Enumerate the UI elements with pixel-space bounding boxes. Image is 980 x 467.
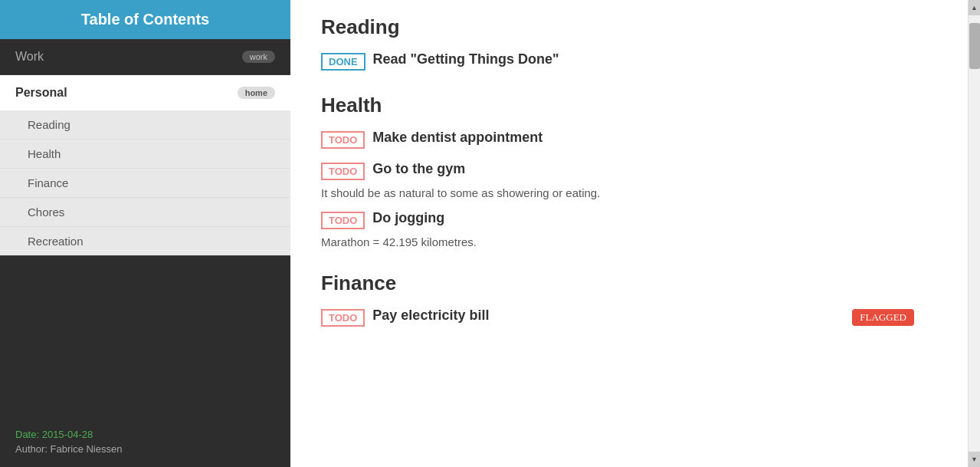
task-item: DONERead "Getting Things Done" <box>321 51 937 71</box>
nav-group-personal-header[interactable]: Personal home <box>0 75 290 110</box>
task-item: TODOPay electricity billFLAGGED <box>321 307 937 327</box>
nav-group-work: Work work <box>0 39 290 75</box>
section-heading-reading: Reading <box>321 15 937 39</box>
nav-group-personal: Personal home ReadingHealthFinanceChores… <box>0 75 290 256</box>
sidebar-footer: Date: 2015-04-28 Author: Fabrice Niessen <box>0 416 290 467</box>
nav-group-personal-label: Personal <box>15 86 67 100</box>
section-reading: ReadingDONERead "Getting Things Done" <box>321 15 937 71</box>
task-text: Pay electricity bill <box>372 307 489 324</box>
sidebar: Table of Contents Work work Personal hom… <box>0 0 290 467</box>
sidebar-item-health[interactable]: Health <box>0 140 290 169</box>
content-area: ReadingDONERead "Getting Things Done"Hea… <box>290 0 980 467</box>
main-scrollbar[interactable]: ▲ ▼ <box>968 0 980 467</box>
badge-todo: TODO <box>321 212 365 229</box>
badge-done: DONE <box>321 53 365 71</box>
scrollbar-thumb[interactable] <box>969 23 980 69</box>
nav-group-work-label: Work <box>15 50 44 64</box>
scroll-up-arrow[interactable]: ▲ <box>969 0 981 15</box>
task-text: Read "Getting Things Done" <box>373 51 559 67</box>
footer-date: Date: 2015-04-28 <box>15 429 275 440</box>
flagged-badge: FLAGGED <box>852 309 914 326</box>
task-note: It should be as natural to some as showe… <box>321 186 937 199</box>
sidebar-title: Table of Contents <box>0 0 290 39</box>
nav-tag-work: work <box>242 51 275 63</box>
nav-sub-items-personal: ReadingHealthFinanceChoresRecreation <box>0 110 290 255</box>
nav-group-work-header[interactable]: Work work <box>0 39 290 74</box>
scroll-down-arrow[interactable]: ▼ <box>969 452 981 467</box>
section-health: HealthTODOMake dentist appointmentTODOGo… <box>321 94 937 248</box>
task-item: TODOMake dentist appointment <box>321 130 937 149</box>
section-heading-health: Health <box>321 94 937 117</box>
badge-todo: TODO <box>321 131 365 149</box>
task-text: Make dentist appointment <box>372 130 542 146</box>
task-text: Go to the gym <box>372 161 465 177</box>
nav-tag-home: home <box>238 87 275 99</box>
sidebar-item-finance[interactable]: Finance <box>0 169 290 198</box>
sidebar-item-reading[interactable]: Reading <box>0 110 290 140</box>
sidebar-item-chores[interactable]: Chores <box>0 198 290 227</box>
main-content: ReadingDONERead "Getting Things Done"Hea… <box>290 0 968 467</box>
scrollbar-track <box>969 15 980 452</box>
badge-todo: TODO <box>321 163 365 180</box>
sections-container: ReadingDONERead "Getting Things Done"Hea… <box>321 15 937 327</box>
section-finance: FinanceTODOPay electricity billFLAGGED <box>321 271 937 327</box>
task-note: Marathon = 42.195 kilometres. <box>321 235 937 248</box>
task-text: Do jogging <box>372 210 444 226</box>
task-item: TODOGo to the gym <box>321 161 937 180</box>
section-heading-finance: Finance <box>321 271 937 295</box>
badge-todo: TODO <box>321 309 365 327</box>
sidebar-nav: Work work Personal home ReadingHealthFin… <box>0 39 290 416</box>
footer-author: Author: Fabrice Niessen <box>15 443 275 455</box>
sidebar-item-recreation[interactable]: Recreation <box>0 227 290 255</box>
task-item: TODODo jogging <box>321 210 937 229</box>
